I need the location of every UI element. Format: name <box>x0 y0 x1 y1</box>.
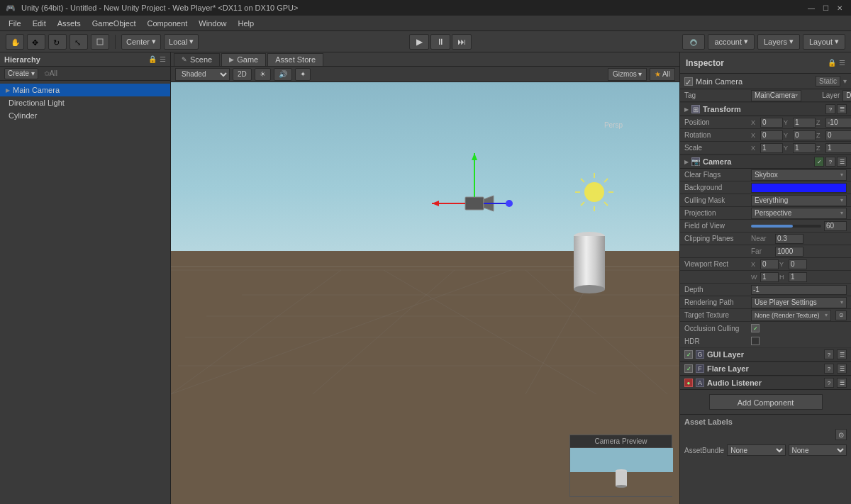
asset-bundle-variant-select[interactable]: None <box>789 444 847 456</box>
static-btn[interactable]: Static <box>816 76 840 86</box>
fov-field[interactable] <box>824 221 847 231</box>
near-field[interactable] <box>775 234 803 244</box>
hierarchy-item-directional-light[interactable]: Directional Light <box>0 96 170 109</box>
scale-tool-btn[interactable]: ⤡ <box>69 34 88 50</box>
menu-edit[interactable]: Edit <box>27 18 52 29</box>
far-field[interactable] <box>775 247 803 257</box>
camera-settings-btn[interactable]: ? <box>825 157 835 167</box>
target-texture-dropdown[interactable]: None (Render Texture) ▾ <box>751 310 831 321</box>
scale-y-field[interactable] <box>793 143 816 153</box>
flare-layer-menu-btn[interactable]: ☰ <box>837 364 847 374</box>
gizmos-btn[interactable]: Gizmos ▾ <box>608 68 647 81</box>
layout-btn[interactable]: Layout ▾ <box>803 34 845 50</box>
rotation-y-field[interactable] <box>793 130 816 140</box>
flare-layer-settings-btn[interactable]: ? <box>824 364 834 374</box>
all-layers-btn[interactable]: ★ All <box>650 68 675 81</box>
pause-btn[interactable]: ⏸ <box>430 34 450 50</box>
depth-field[interactable] <box>751 285 847 295</box>
maximize-btn[interactable]: ☐ <box>820 2 831 13</box>
flare-layer-row[interactable]: ✓ F Flare Layer ? ☰ <box>680 362 851 376</box>
center-toggle-btn[interactable]: Center▾ <box>121 34 161 50</box>
position-x-field[interactable] <box>760 118 783 128</box>
move-tool-btn[interactable]: ✥ <box>27 34 45 50</box>
hierarchy-menu-btn[interactable]: ☰ <box>160 55 166 63</box>
rect-tool-btn[interactable] <box>91 34 109 50</box>
camera-enable-check[interactable]: ✓ <box>814 157 824 167</box>
asset-bundle-select[interactable]: None <box>727 444 785 456</box>
menu-assets[interactable]: Assets <box>52 18 87 29</box>
scale-z-field[interactable] <box>825 143 851 153</box>
hierarchy-lock-btn[interactable]: 🔒 <box>148 55 157 63</box>
hierarchy-all-btn[interactable]: ✩All <box>44 69 57 77</box>
rotation-x-field[interactable] <box>760 130 783 140</box>
2d-toggle-btn[interactable]: 2D <box>233 68 252 81</box>
gui-layer-row[interactable]: ✓ G GUI Layer ? ☰ <box>680 347 851 362</box>
gui-layer-settings-btn[interactable]: ? <box>824 349 834 359</box>
background-color-field[interactable] <box>751 183 847 193</box>
close-btn[interactable]: ✕ <box>834 2 845 13</box>
static-arrow[interactable]: ▾ <box>843 77 847 85</box>
position-z-field[interactable] <box>825 118 851 128</box>
audio-listener-row[interactable]: ● A Audio Listener ? ☰ <box>680 376 851 390</box>
vp-x-field[interactable] <box>760 259 779 269</box>
target-texture-select-btn[interactable]: ⊙ <box>835 310 847 320</box>
effects-btn[interactable]: ✦ <box>295 68 311 81</box>
account-btn[interactable]: account ▾ <box>708 34 755 50</box>
occlusion-check[interactable]: ✓ <box>751 324 760 332</box>
layer-dropdown[interactable]: Default ▾ <box>842 90 851 101</box>
minimize-btn[interactable]: — <box>806 2 817 13</box>
culling-mask-dropdown[interactable]: Everything ▾ <box>751 195 847 206</box>
menu-help[interactable]: Help <box>232 18 260 29</box>
shading-mode-select[interactable]: Shaded Wireframe <box>175 68 230 81</box>
rotate-tool-btn[interactable]: ↻ <box>48 34 67 50</box>
rotation-label: Rotation <box>684 131 748 139</box>
gui-layer-menu-btn[interactable]: ☰ <box>837 349 847 359</box>
menu-file[interactable]: File <box>3 18 27 29</box>
hierarchy-item-cylinder[interactable]: Cylinder <box>0 109 170 122</box>
hdr-check[interactable] <box>751 337 760 345</box>
vp-w-field[interactable] <box>760 272 779 282</box>
tab-scene[interactable]: ✎ Scene <box>174 53 220 66</box>
scene-view[interactable]: Persp Camera Preview <box>171 82 679 504</box>
lighting-btn[interactable]: ☀ <box>255 68 271 81</box>
audio-btn[interactable]: 🔊 <box>274 68 292 81</box>
audio-listener-menu-btn[interactable]: ☰ <box>837 378 847 388</box>
transform-menu-btn[interactable]: ☰ <box>837 104 847 114</box>
clear-flags-dropdown[interactable]: Skybox ▾ <box>751 169 847 181</box>
step-btn[interactable]: ⏭ <box>452 34 472 50</box>
transform-arrow: ▶ <box>684 106 689 113</box>
vp-h-field[interactable] <box>789 272 807 282</box>
local-toggle-btn[interactable]: Local▾ <box>164 34 199 50</box>
add-component-btn[interactable]: Add Component <box>709 394 823 410</box>
menu-component[interactable]: Component <box>141 18 193 29</box>
gui-layer-check[interactable]: ✓ <box>684 350 693 359</box>
hierarchy-item-main-camera[interactable]: ▶ Main Camera <box>0 84 170 96</box>
menu-gameobject[interactable]: GameObject <box>87 18 142 29</box>
play-btn[interactable]: ▶ <box>409 34 429 50</box>
layers-btn[interactable]: Layers ▾ <box>757 34 800 50</box>
camera-menu-btn[interactable]: ☰ <box>837 157 847 167</box>
rendering-path-dropdown[interactable]: Use Player Settings ▾ <box>751 297 847 308</box>
vp-y-field[interactable] <box>789 259 807 269</box>
transform-settings-btn[interactable]: ? <box>825 104 835 114</box>
hand-tool-btn[interactable]: ✋ <box>6 34 24 50</box>
obj-enable-check[interactable]: ✓ <box>684 77 693 86</box>
inspector-menu-btn[interactable]: ☰ <box>839 59 845 67</box>
inspector-lock-btn[interactable]: 🔒 <box>828 59 836 67</box>
cloud-btn[interactable] <box>682 34 705 50</box>
menu-window[interactable]: Window <box>193 18 232 29</box>
position-y-field[interactable] <box>793 118 816 128</box>
tag-dropdown[interactable]: MainCamera ▾ <box>751 90 801 101</box>
audio-listener-settings-btn[interactable]: ? <box>824 378 834 388</box>
camera-section-header[interactable]: ▶ 📷 Camera ✓ ? ☰ <box>680 155 851 169</box>
scale-x-field[interactable] <box>760 143 783 153</box>
transform-section-header[interactable]: ▶ ⊞ Transform ? ☰ <box>680 102 851 116</box>
asset-labels-settings-btn[interactable]: ⊙ <box>835 429 847 440</box>
hierarchy-create-btn[interactable]: Create ▾ <box>4 68 38 79</box>
rotation-z-field[interactable] <box>825 130 851 140</box>
audio-listener-check[interactable]: ● <box>684 379 693 387</box>
flare-layer-check[interactable]: ✓ <box>684 364 693 373</box>
tab-asset-store[interactable]: Asset Store <box>267 53 323 66</box>
tab-game[interactable]: ▶ Game <box>221 53 266 66</box>
projection-dropdown[interactable]: Perspective ▾ <box>751 208 847 219</box>
